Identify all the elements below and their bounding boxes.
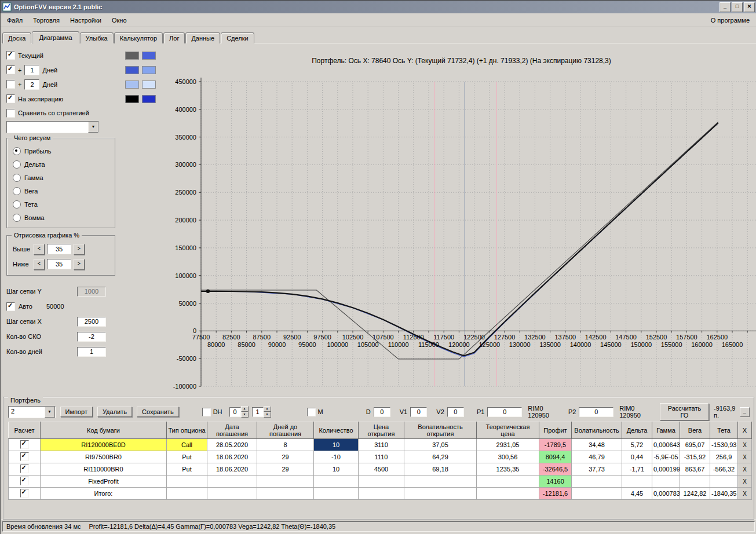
portfolio-preset-combobox[interactable]: 2 ▼ xyxy=(8,406,56,418)
compare-checkbox[interactable] xyxy=(6,109,15,118)
below-increase-button[interactable]: > xyxy=(74,259,85,270)
column-header-0[interactable]: Расчет xyxy=(9,422,41,439)
auto-checkbox[interactable] xyxy=(6,302,15,311)
column-header-12[interactable]: Гамма xyxy=(652,422,680,439)
row-delete-button[interactable]: X xyxy=(738,488,752,500)
dh-checkbox[interactable] xyxy=(202,408,211,416)
minimize-button[interactable]: _ xyxy=(720,2,731,12)
below-value-input[interactable]: 35 xyxy=(47,259,71,269)
column-header-6[interactable]: Цена открытия xyxy=(359,422,404,439)
delete-button[interactable]: Удалить xyxy=(97,407,132,417)
draw-group-title: Чего рисуем xyxy=(12,134,53,141)
row-delete-button[interactable]: X xyxy=(738,476,752,488)
expiration-checkbox[interactable] xyxy=(6,94,15,103)
column-header-9[interactable]: Профит xyxy=(539,422,572,439)
above-decrease-button[interactable]: < xyxy=(34,244,45,255)
row-delete-button[interactable]: X xyxy=(738,451,752,463)
column-header-3[interactable]: Дата погашения xyxy=(207,422,257,439)
cell-delta: 5,72 xyxy=(622,439,652,451)
import-button[interactable]: Импорт xyxy=(60,407,93,417)
days-count-input[interactable]: 1 xyxy=(77,347,106,357)
spin-down-icon[interactable]: ▼ xyxy=(241,412,249,418)
column-header-13[interactable]: Вега xyxy=(680,422,710,439)
radio-option-Тета[interactable]: Тета xyxy=(13,197,110,211)
dh-spinner-1[interactable]: 0 ▲▼ xyxy=(229,407,249,417)
chevron-down-icon[interactable]: ▼ xyxy=(45,407,55,418)
row-delete-button[interactable]: X xyxy=(738,439,752,451)
above-value-input[interactable]: 35 xyxy=(47,244,71,254)
tab-Диаграмма[interactable]: Диаграмма xyxy=(32,31,79,44)
p2-input[interactable]: 0 xyxy=(579,407,613,417)
plus1-days-input[interactable]: 1 xyxy=(24,65,39,75)
row-checkbox[interactable] xyxy=(20,464,29,473)
chevron-down-icon[interactable]: ▼ xyxy=(88,122,98,133)
axis-labels: 4500004000003500003000002500002000001500… xyxy=(173,78,743,390)
plus2-checkbox[interactable] xyxy=(6,80,15,89)
menu-item-Окно[interactable]: Окно xyxy=(107,15,132,25)
column-header-5[interactable]: Количество xyxy=(314,422,359,439)
column-header-15[interactable]: X xyxy=(738,422,752,439)
plus1-checkbox[interactable] xyxy=(6,65,15,74)
step-x-input[interactable]: 2500 xyxy=(77,317,106,327)
menu-item-Файл[interactable]: Файл xyxy=(2,15,28,25)
tab-Лог[interactable]: Лог xyxy=(163,32,185,43)
column-header-7[interactable]: Волатильность открытия xyxy=(404,422,477,439)
current-checkbox[interactable] xyxy=(6,51,15,60)
column-header-2[interactable]: Тип опциона xyxy=(167,422,207,439)
radio-icon[interactable] xyxy=(13,187,21,195)
profit-chart[interactable]: 4500004000003500003000002500002000001500… xyxy=(163,74,756,401)
row-delete-button[interactable]: X xyxy=(738,463,752,476)
tab-Данные[interactable]: Данные xyxy=(185,32,220,43)
column-header-10[interactable]: Волатильность xyxy=(572,422,622,439)
menu-item-Торговля[interactable]: Торговля xyxy=(28,15,65,25)
tab-Улыбка[interactable]: Улыбка xyxy=(80,32,114,43)
v1-input[interactable]: 0 xyxy=(410,407,427,417)
dh-spinner-2[interactable]: 1 ▲▼ xyxy=(252,407,271,417)
collapse-portfolio-button[interactable]: _ xyxy=(740,407,750,417)
radio-option-Дельта[interactable]: Дельта xyxy=(13,158,110,171)
radio-icon[interactable] xyxy=(13,214,21,222)
column-header-1[interactable]: Код бумаги xyxy=(41,422,167,439)
row-checkbox[interactable] xyxy=(20,440,29,449)
sko-input[interactable]: -2 xyxy=(77,332,106,342)
cell-vega xyxy=(680,476,710,488)
spin-down-icon[interactable]: ▼ xyxy=(264,412,271,418)
plus2-days-input[interactable]: 2 xyxy=(24,79,39,90)
above-increase-button[interactable]: > xyxy=(74,244,85,255)
d-input[interactable]: 0 xyxy=(374,407,390,417)
radio-option-Вега[interactable]: Вега xyxy=(13,184,110,197)
menu-about[interactable]: О программе xyxy=(705,15,755,25)
menu-item-Настройки[interactable]: Настройки xyxy=(65,15,107,25)
column-header-11[interactable]: Дельта xyxy=(622,422,652,439)
radio-icon[interactable] xyxy=(13,160,21,169)
strategy-combobox[interactable]: ▼ xyxy=(6,121,99,133)
spin-up-icon[interactable]: ▲ xyxy=(241,406,249,412)
tab-Сделки[interactable]: Сделки xyxy=(221,32,254,43)
close-button[interactable]: ✕ xyxy=(744,2,755,12)
radio-icon[interactable] xyxy=(13,174,21,182)
maximize-button[interactable]: □ xyxy=(732,2,743,12)
save-button[interactable]: Сохранить xyxy=(137,407,179,417)
dh-spin2-value[interactable]: 1 xyxy=(252,407,264,417)
step-y-input[interactable]: 1000 xyxy=(77,287,106,297)
calc-go-button[interactable]: Рассчитать ГО xyxy=(660,403,709,420)
column-header-4[interactable]: Дней до погашения xyxy=(257,422,314,439)
spin-up-icon[interactable]: ▲ xyxy=(264,406,271,412)
row-checkbox[interactable] xyxy=(20,477,29,485)
radio-option-Прибыль[interactable]: Прибыль xyxy=(13,144,110,158)
column-header-8[interactable]: Теоретическая цена xyxy=(477,422,539,439)
dh-spin1-value[interactable]: 0 xyxy=(229,407,241,417)
tab-Калькулятор[interactable]: Калькулятор xyxy=(114,32,163,43)
v2-input[interactable]: 0 xyxy=(447,407,464,417)
below-decrease-button[interactable]: < xyxy=(34,259,45,270)
tab-Доска[interactable]: Доска xyxy=(2,32,31,43)
p1-input[interactable]: 0 xyxy=(487,407,522,417)
row-checkbox[interactable] xyxy=(20,489,29,498)
row-checkbox[interactable] xyxy=(20,452,29,461)
m-checkbox[interactable] xyxy=(307,408,316,416)
column-header-14[interactable]: Тета xyxy=(710,422,738,439)
radio-option-Вомма[interactable]: Вомма xyxy=(13,211,110,224)
radio-option-Гамма[interactable]: Гамма xyxy=(13,171,110,184)
radio-icon[interactable] xyxy=(13,147,21,155)
radio-icon[interactable] xyxy=(13,200,21,209)
